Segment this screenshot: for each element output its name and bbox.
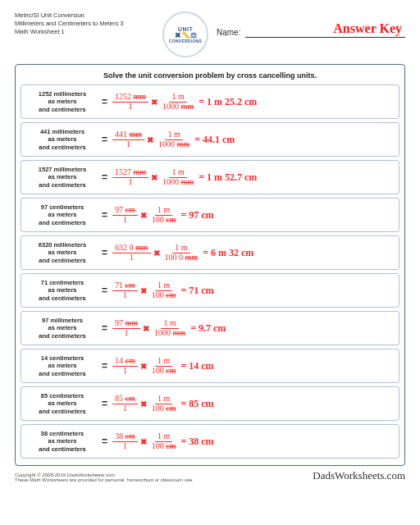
header-title-block: Metric/SI Unit Conversion Millimeters an… [15, 11, 154, 36]
denominator: 100 cm [149, 291, 179, 300]
question-sub1: as meters [25, 98, 100, 105]
title-line-2: Millimeters and Centimeters to Meters 3 [15, 20, 154, 28]
question: 441 millimetersas metersand centimeters [25, 128, 100, 151]
equals-sign: = [102, 134, 107, 145]
denominator: 1 [121, 404, 130, 413]
work: 441 mm1✖1 m1000 mm= 44.1 cm [112, 130, 235, 148]
denominator: 1000 mm [152, 329, 188, 338]
question: 38 centimetersas metersand centimeters [25, 430, 100, 453]
question-value: 1252 millimeters [25, 90, 100, 98]
denominator: 1 [121, 442, 130, 451]
name-label: Name: [217, 28, 240, 37]
denominator: 100 0 mm [162, 253, 201, 262]
result: = 97 cm [180, 209, 213, 221]
fraction-2: 1 m1000 mm [160, 93, 196, 111]
multiply-icon: ✖ [147, 135, 153, 144]
denominator: 1000 mm [160, 178, 196, 187]
work: 85 cm1✖1 m100 cm= 85 cm [112, 395, 214, 413]
fraction-1: 38 cm1 [112, 432, 138, 450]
numerator: 632 0 mm [112, 244, 151, 253]
question-sub2: and centimeters [25, 144, 100, 151]
footer-left: Copyright © 2008-2019 DadsWorksheets.com… [15, 472, 194, 482]
problem-row: 1252 millimetersas metersand centimeters… [21, 84, 399, 119]
fraction-1: 632 0 mm1 [112, 244, 151, 262]
multiply-icon: ✖ [143, 324, 149, 333]
footer-note: These Math Worksheets are provided for p… [15, 477, 194, 482]
result: = 38 cm [180, 436, 213, 448]
denominator: 100 cm [149, 404, 179, 413]
denominator: 1 [126, 178, 135, 187]
question-sub2: and centimeters [25, 445, 100, 453]
work: 1252 mm1✖1 m1000 mm= 1 m 25.2 cm [112, 93, 257, 111]
problems-box: Solve the unit conversion problem by cro… [15, 64, 405, 466]
denominator: 1000 mm [160, 103, 196, 112]
worksheet-page: Metric/SI Unit Conversion Millimeters an… [0, 0, 420, 525]
numerator: 97 mm [112, 319, 140, 329]
result: = 14 cm [180, 360, 213, 372]
fraction-2: 1 m100 cm [149, 206, 179, 224]
numerator: 71 cm [112, 281, 138, 291]
question-sub2: and centimeters [25, 257, 100, 264]
fraction-2: 1 m100 cm [149, 281, 179, 299]
work: 1527 mm1✖1 m1000 mm= 1 m 52.7 cm [112, 168, 257, 186]
question-sub2: and centimeters [25, 106, 100, 113]
question: 1252 millimetersas metersand centimeters [25, 90, 100, 113]
multiply-icon: ✖ [151, 98, 158, 107]
multiply-icon: ✖ [153, 249, 160, 258]
result: = 85 cm [180, 398, 213, 410]
name-line: Answer Key [245, 26, 405, 38]
question-sub2: and centimeters [25, 370, 100, 377]
question: 71 centimetersas metersand centimeters [25, 279, 100, 302]
question-value: 6320 millimeters [25, 241, 100, 249]
question-sub2: and centimeters [25, 294, 100, 302]
question-sub1: as meters [25, 362, 100, 369]
answer-key-text: Answer Key [333, 21, 402, 36]
numerator: 14 cm [112, 357, 138, 367]
multiply-icon: ✖ [140, 437, 147, 446]
question-value: 97 centimeters [25, 203, 100, 211]
fraction-2: 1 m100 cm [149, 395, 179, 413]
multiply-icon: ✖ [151, 173, 158, 182]
equals-sign: = [102, 247, 107, 258]
equals-sign: = [102, 171, 107, 183]
instruction: Solve the unit conversion problem by cro… [21, 71, 399, 80]
numerator: 97 cm [112, 206, 138, 216]
question: 85 centimetersas metersand centimeters [25, 392, 100, 415]
problem-row: 71 centimetersas metersand centimeters=7… [21, 273, 399, 308]
numerator: 1252 mm [112, 93, 148, 103]
question: 1527 millimetersas metersand centimeters [25, 166, 100, 189]
numerator: 441 mm [112, 130, 144, 140]
denominator: 1 [124, 140, 133, 149]
multiply-icon: ✖ [140, 286, 147, 295]
denominator: 1 [127, 253, 136, 262]
work: 38 cm1✖1 m100 cm= 38 cm [112, 432, 214, 450]
question-value: 97 millimeters [25, 317, 100, 324]
footer-brand: DadsWorksheets.com [313, 469, 405, 482]
logo: UNIT ✖📏⚖ CONVERSIONS [161, 11, 210, 57]
question: 6320 millimetersas metersand centimeters [25, 241, 100, 264]
result: = 1 m 25.2 cm [199, 96, 257, 108]
fraction-1: 441 mm1 [112, 130, 144, 148]
equals-sign: = [102, 436, 107, 447]
fraction-2: 1 m100 cm [149, 357, 179, 375]
result: = 6 m 32 cm [203, 247, 253, 259]
equals-sign: = [102, 398, 107, 409]
question-sub2: and centimeters [25, 408, 100, 415]
problem-row: 441 millimetersas metersand centimeters=… [21, 122, 399, 157]
question-sub1: as meters [25, 173, 100, 180]
title-line-1: Metric/SI Unit Conversion [15, 11, 154, 20]
multiply-icon: ✖ [140, 362, 147, 371]
question-sub1: as meters [25, 399, 100, 407]
problem-row: 6320 millimetersas metersand centimeters… [21, 235, 399, 270]
numerator: 85 cm [112, 395, 138, 404]
problem-row: 1527 millimetersas metersand centimeters… [21, 160, 399, 194]
work: 14 cm1✖1 m100 cm= 14 cm [112, 357, 214, 375]
denominator: 1 [121, 291, 130, 300]
fraction-2: 1 m100 0 mm [162, 244, 201, 262]
fraction-2: 1 m1000 mm [152, 319, 188, 337]
question-value: 14 centimeters [25, 354, 100, 362]
numerator: 38 cm [112, 432, 138, 442]
question-sub2: and centimeters [25, 219, 100, 226]
equals-sign: = [102, 96, 107, 107]
logo-text-bottom: CONVERSIONS [169, 39, 202, 43]
